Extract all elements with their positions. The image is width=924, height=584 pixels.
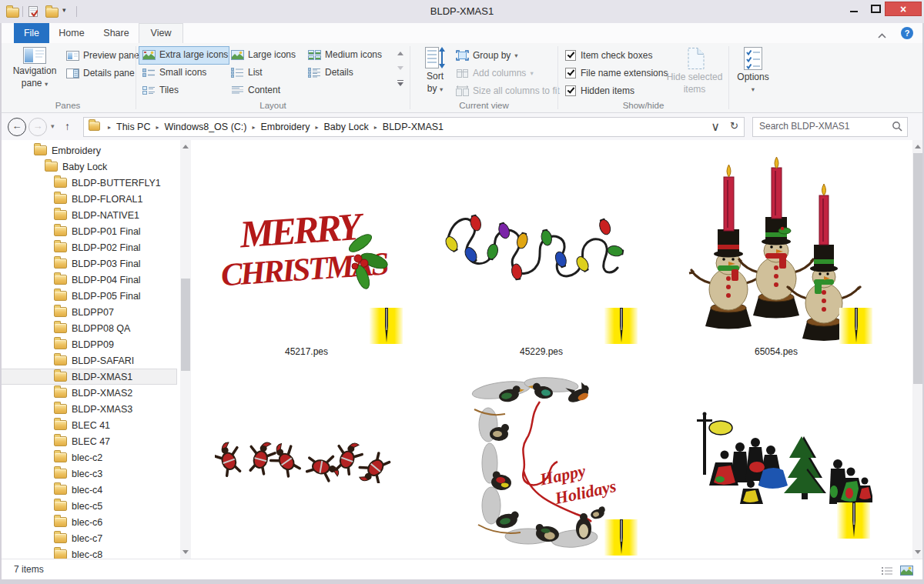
folder-window-icon[interactable] [6,7,19,21]
qat-customize-dropdown-icon[interactable]: ▾ [62,6,66,14]
tree-item[interactable]: BLDP-P05 Final [0,288,177,304]
scroll-down-icon[interactable] [912,546,923,559]
hidden-items-checkbox[interactable]: Hidden items [565,84,634,98]
tab-file[interactable]: File [14,23,49,43]
sort-by-button[interactable]: Sort by ▾ [414,46,456,95]
tab-share[interactable]: Share [94,23,139,43]
navigation-pane-button[interactable]: Navigation pane ▾ [6,47,63,89]
layout-scroll-down-icon[interactable] [394,62,406,75]
breadcrumb[interactable]: ▸ This PC ▸ Windows8_OS (C:) ▸ Embroider… [83,117,725,137]
file-item-happy-holidays[interactable]: Happy Holidays [443,362,640,556]
tree-item[interactable]: BLEC 41 [0,417,177,433]
breadcrumb-embroidery[interactable]: Embroidery [258,118,312,135]
tree-item[interactable]: BLDP-P03 Final [0,255,177,272]
file-name[interactable]: 65054.pes [678,346,875,357]
breadcrumb-this-pc[interactable]: This PC [114,118,152,135]
search-icon[interactable] [892,121,902,135]
minimize-ribbon-icon[interactable] [873,28,890,40]
tree-item[interactable]: blec-c4 [0,482,177,498]
thumbnail-view-toggle-icon[interactable] [900,565,913,579]
tab-view[interactable]: View [139,23,183,44]
forward-button[interactable]: → [28,118,47,136]
minimize-button[interactable] [842,2,865,15]
scroll-up-icon[interactable] [912,140,923,153]
file-name[interactable]: 45229.pes [443,346,640,357]
view-details[interactable]: Details [308,65,353,80]
hide-selected-items-button[interactable]: Hide selected items [664,47,725,95]
tree-item[interactable]: BLDPP08 QA [0,320,177,336]
tree-item[interactable]: BLDPP09 [0,336,177,352]
tree-item[interactable]: blec-c3 [0,466,177,482]
new-folder-icon[interactable] [45,7,59,21]
tree-item-embroidery[interactable]: Embroidery [0,142,177,159]
file-name[interactable]: 45217.pes [208,346,405,357]
pes-needle-icon [604,519,638,556]
tree-scrollbar[interactable] [180,140,191,559]
tree-item[interactable]: BLDP-XMAS3 [0,401,177,417]
maximize-button[interactable] [865,2,887,15]
size-all-columns-button[interactable]: Size all columns to fit [456,83,560,98]
tree-item[interactable]: BLDP-P02 Final [0,239,177,255]
file-item-santas[interactable] [208,362,405,556]
item-check-boxes-checkbox[interactable]: Item check boxes [565,48,652,62]
navigation-pane-icon [23,47,46,64]
tree-item[interactable]: BLDP-SAFARI [0,352,177,369]
file-name-extensions-checkbox[interactable]: File name extensions [565,66,668,80]
folder-icon [54,323,67,333]
tree-item[interactable]: BLEC 47 [0,433,177,449]
tree-item[interactable]: BLDP-NATIVE1 [0,207,177,223]
scroll-down-icon[interactable] [180,546,191,559]
properties-icon[interactable] [28,6,38,20]
tree-item[interactable]: blec-c6 [0,514,177,530]
tree-item[interactable]: BLDP-FLORAL1 [0,191,177,207]
breadcrumb-baby-lock[interactable]: Baby Lock [321,118,370,135]
file-item-carolers[interactable] [678,362,875,556]
close-button[interactable]: × [885,2,922,16]
breadcrumb-drive[interactable]: Windows8_OS (C:) [162,118,249,135]
scrollbar-thumb[interactable] [181,279,190,371]
tree-item[interactable]: BLDP-XMAS2 [0,385,177,401]
recent-locations-dropdown-icon[interactable]: ▾ [51,122,55,130]
view-list[interactable]: List [231,65,263,80]
view-large-icons[interactable]: Large icons [231,47,296,62]
group-by-button[interactable]: Group by▾ [456,48,518,63]
layout-scroll-up-icon[interactable] [394,47,406,60]
search-input[interactable] [753,118,890,135]
add-columns-button[interactable]: Add columns▾ [456,65,534,81]
scrollbar-thumb[interactable] [913,153,922,384]
back-button[interactable]: ← [8,118,26,136]
tree-item-baby-lock[interactable]: Baby Lock [0,159,177,175]
file-item-65054[interactable] [678,150,875,344]
breadcrumb-current-folder[interactable]: BLDP-XMAS1 [380,118,446,135]
layout-more-icon[interactable] [394,76,406,89]
file-item-45229[interactable] [443,150,640,344]
view-tiles[interactable]: Tiles [142,82,179,98]
refresh-icon[interactable]: ↻ [725,117,745,137]
file-item-45217[interactable]: MERRY CHRISTMAS [208,150,405,344]
options-button[interactable]: Options ▾ [733,47,773,95]
view-content[interactable]: Content [231,82,280,98]
view-extra-large-icons[interactable]: Extra large icons [142,47,228,62]
tab-home[interactable]: Home [49,23,94,43]
tree-item[interactable]: blec-c7 [0,530,177,546]
view-medium-icons[interactable]: Medium icons [308,47,382,62]
up-button[interactable]: ↑ [65,120,70,132]
tree-item[interactable]: blec-c2 [0,449,177,466]
content-scrollbar[interactable] [912,140,923,559]
tree-item[interactable]: BLDP-P04 Final [0,272,177,288]
tree-item[interactable]: blec-c5 [0,498,177,514]
tree-item[interactable]: BLDP-P01 Final [0,223,177,239]
tree-item-bldp-xmas1-selected[interactable]: BLDP-XMAS1 [0,369,177,385]
scroll-up-icon[interactable] [180,140,191,153]
tree-item[interactable]: BLDPP07 [0,304,177,320]
preview-pane-button[interactable]: Preview pane [66,48,139,63]
view-small-icons[interactable]: Small icons [142,65,206,80]
folder-icon [54,291,67,301]
main-area: Embroidery Baby Lock BLDP-BUTTERFLY1 BLD… [0,140,924,559]
details-pane-button[interactable]: Details pane [66,65,135,81]
address-dropdown-icon[interactable]: ∨ [706,118,725,135]
help-icon[interactable]: ? [901,27,913,39]
tree-item[interactable]: BLDP-BUTTERFLY1 [0,175,177,191]
details-view-toggle-icon[interactable] [882,565,893,579]
tree-item[interactable]: blec-c8 [0,546,177,559]
